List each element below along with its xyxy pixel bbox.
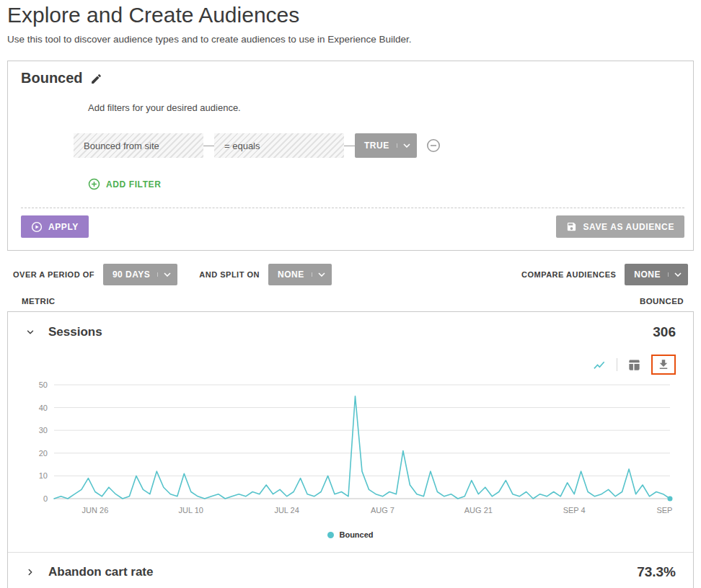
svg-text:AUG 21: AUG 21 (464, 506, 493, 514)
add-filter-button[interactable]: ADD FILTER (88, 178, 161, 190)
compare-audiences-dropdown[interactable]: NONE (625, 264, 688, 285)
audience-title-row: Bounced (21, 70, 684, 86)
compare-value: NONE (634, 270, 661, 280)
filter-field-label: Bounced from site (84, 141, 159, 151)
svg-text:SEP 18: SEP 18 (656, 506, 673, 514)
filter-section: Add filters for your desired audience. B… (74, 102, 684, 193)
explore-audiences-page: Explore and Create Audiences Use this to… (0, 0, 701, 588)
metric-row-sessions[interactable]: Sessions 306 (8, 312, 693, 344)
save-disk-icon (566, 221, 577, 232)
download-highlight-box (651, 355, 676, 375)
chart-legend: Bounced (8, 530, 693, 539)
filter-operator-pill[interactable]: = equals (214, 133, 344, 158)
toolbar-separator (617, 358, 617, 371)
apply-button[interactable]: APPLY (21, 215, 89, 238)
svg-text:10: 10 (39, 471, 48, 480)
chevron-down-icon (157, 272, 171, 277)
results-table-header: METRIC BOUNCED (7, 297, 694, 306)
filter-value-label: TRUE (364, 141, 389, 151)
svg-text:20: 20 (39, 449, 48, 458)
chevron-down-icon (397, 143, 410, 148)
page-title: Explore and Create Audiences (7, 3, 694, 27)
period-label: OVER A PERIOD OF (13, 270, 94, 279)
chevron-right-icon[interactable] (25, 567, 37, 577)
split-value: NONE (278, 270, 304, 280)
query-controls-row: OVER A PERIOD OF 90 DAYS AND SPLIT ON NO… (13, 264, 688, 285)
save-as-audience-button[interactable]: SAVE AS AUDIENCE (556, 215, 684, 238)
metric-column-header: METRIC (22, 297, 55, 306)
svg-text:AUG 7: AUG 7 (371, 506, 394, 514)
filter-connector (203, 146, 214, 146)
audience-builder-card: Bounced Add filters for your desired aud… (7, 61, 694, 251)
add-filter-label: ADD FILTER (106, 179, 161, 190)
page-subtitle: Use this tool to discover audience types… (7, 34, 694, 45)
chevron-down-icon (312, 272, 325, 277)
sessions-chart-svg: 01020304050JUN 26JUL 10JUL 24AUG 7AUG 21… (17, 379, 673, 520)
play-circle-icon (31, 221, 43, 233)
split-label: AND SPLIT ON (199, 270, 260, 279)
download-icon[interactable] (657, 358, 670, 371)
table-view-icon[interactable] (627, 358, 641, 372)
filter-field-pill[interactable]: Bounced from site (74, 133, 203, 158)
svg-text:0: 0 (43, 494, 48, 503)
chevron-down-icon (668, 272, 682, 277)
metric-row-abandon-cart-rate[interactable]: Abandon cart rate 73.3% (8, 553, 693, 588)
svg-text:SEP 4: SEP 4 (563, 506, 586, 514)
filter-instruction: Add filters for your desired audience. (88, 102, 684, 113)
edit-pencil-icon[interactable] (90, 73, 102, 85)
builder-footer: APPLY SAVE AS AUDIENCE (21, 208, 684, 244)
svg-text:JUL 24: JUL 24 (274, 506, 299, 514)
audience-name: Bounced (21, 70, 83, 86)
svg-text:50: 50 (39, 380, 48, 389)
metric-value-sessions: 306 (653, 324, 676, 340)
line-chart-view-icon[interactable] (592, 357, 607, 372)
svg-text:JUL 10: JUL 10 (179, 506, 203, 514)
svg-text:30: 30 (39, 426, 48, 435)
legend-dot-bounced (327, 532, 334, 538)
save-as-audience-label: SAVE AS AUDIENCE (583, 222, 674, 232)
filter-connector (344, 146, 355, 146)
svg-text:JUN 26: JUN 26 (82, 506, 109, 514)
metric-name-abandon-cart-rate: Abandon cart rate (48, 565, 153, 579)
metric-value-abandon-cart-rate: 73.3% (637, 564, 676, 580)
chevron-down-icon[interactable] (25, 327, 37, 337)
compare-audiences-label: COMPARE AUDIENCES (521, 270, 616, 279)
sessions-chart: 01020304050JUN 26JUL 10JUL 24AUG 7AUG 21… (8, 376, 693, 520)
legend-label-bounced: Bounced (339, 530, 373, 539)
plus-circle-icon (88, 178, 100, 190)
filter-row: Bounced from site = equals TRUE (74, 133, 684, 158)
svg-text:40: 40 (39, 404, 48, 412)
period-dropdown[interactable]: 90 DAYS (103, 264, 177, 285)
period-value: 90 DAYS (113, 270, 150, 280)
chart-toolbar (8, 353, 693, 376)
metric-name-sessions: Sessions (48, 325, 102, 339)
remove-filter-icon[interactable] (426, 138, 441, 153)
filter-operator-label: = equals (224, 141, 260, 151)
metrics-panel: Sessions 306 01020304050JUN 26JUL 10JUL … (7, 311, 694, 588)
audience-column-header: BOUNCED (640, 297, 684, 306)
apply-label: APPLY (48, 222, 79, 232)
split-dropdown[interactable]: NONE (268, 264, 332, 285)
filter-value-dropdown[interactable]: TRUE (355, 133, 417, 158)
